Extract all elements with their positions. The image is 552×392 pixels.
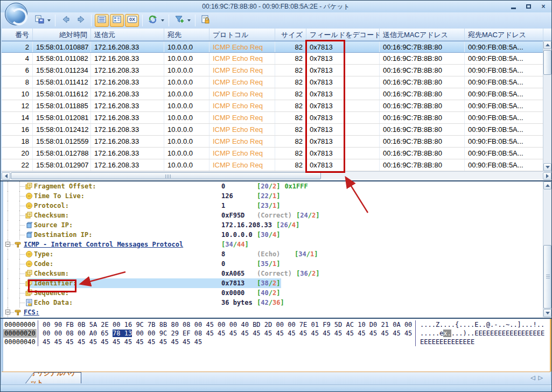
column-header[interactable]: 送信元 bbox=[91, 29, 164, 40]
packet-row-4[interactable]: 415:58:01.011082172.16.208.3310.0.0.0ICM… bbox=[2, 53, 551, 65]
tree-expand-box[interactable] bbox=[5, 310, 10, 314]
packet-cell: 15:58:01.011234 bbox=[33, 65, 91, 76]
tree-value-area: 1[23/1] bbox=[221, 202, 541, 209]
tree-row-echo-data[interactable]: Echo Data:36 bytes[42/36] bbox=[3, 298, 551, 307]
packet-list-horizontal-scrollbar[interactable] bbox=[2, 171, 551, 180]
decode-view-toggle[interactable] bbox=[110, 14, 124, 27]
tree-row-destination-ip[interactable]: Destination IP:10.0.0.0[30/4] bbox=[3, 230, 551, 240]
next-packet-button[interactable] bbox=[74, 14, 88, 27]
hex-bytes[interactable]: 00 90 FB 0B 5A 2E 00 16 9C 7B 8B 80 08 0… bbox=[38, 320, 415, 329]
packet-cell: 172.16.208.33 bbox=[91, 88, 164, 100]
tree-row-identifier[interactable]: Identifier:0x7813[38/2] bbox=[3, 278, 551, 288]
scroll-down-button[interactable] bbox=[543, 309, 551, 317]
minimize-button[interactable] bbox=[508, 2, 518, 10]
packet-row-8[interactable]: 815:58:01.011412172.16.208.3310.0.0.0ICM… bbox=[2, 76, 551, 88]
hex-view-toggle[interactable]: 0X bbox=[125, 14, 139, 27]
tree-row-source-ip[interactable]: Source IP:172.16.208.33[26/4] bbox=[3, 220, 551, 230]
prev-packet-button[interactable] bbox=[59, 14, 73, 27]
tree-value: 0x7813 bbox=[221, 279, 253, 287]
scroll-up-button[interactable] bbox=[543, 181, 551, 190]
column-header[interactable]: フィールドをデコード bbox=[306, 29, 380, 40]
vertical-scroll-thumb[interactable] bbox=[543, 50, 551, 75]
packet-list-vertical-scrollbar[interactable] bbox=[543, 41, 551, 171]
hex-ascii[interactable]: .....ex....)..EEEEEEEEEEEEEEEEEE bbox=[415, 329, 544, 338]
packet-row-22[interactable]: 2215:58:01.012907172.16.208.3310.0.0.0IC… bbox=[2, 159, 551, 171]
tree-row-checksum[interactable]: Checksum:0xA065(Correct)[36/2] bbox=[3, 269, 551, 278]
field-icon bbox=[25, 270, 33, 279]
column-header[interactable]: サイズ bbox=[275, 29, 306, 40]
hex-bytes[interactable]: 00 00 08 00 A0 65 78 13 00 00 9C 29 EF 0… bbox=[38, 329, 415, 338]
packet-cell: 10.0.0.0 bbox=[164, 65, 209, 76]
column-header[interactable]: 絶対時間 bbox=[33, 29, 91, 40]
packet-options-button[interactable] bbox=[199, 14, 213, 27]
packet-row-16[interactable]: 1615:58:01.012412172.16.208.3310.0.0.0IC… bbox=[2, 124, 551, 136]
scroll-grip bbox=[546, 275, 550, 279]
scroll-right-button[interactable] bbox=[543, 172, 551, 180]
tab-scroll-left-icon[interactable]: ◁ bbox=[530, 374, 538, 381]
filter-button[interactable] bbox=[172, 14, 186, 27]
packet-row-2[interactable]: 215:58:01.010887172.16.208.3310.0.0.0ICM… bbox=[2, 41, 551, 53]
tree-vertical-scrollbar[interactable] bbox=[543, 181, 551, 317]
save-packet-button[interactable] bbox=[32, 14, 46, 27]
tree-row-time-to-live[interactable]: Time To Live:126[22/1] bbox=[3, 191, 551, 201]
column-header[interactable]: 送信元MACアドレス bbox=[380, 29, 465, 40]
refresh-button[interactable] bbox=[146, 14, 160, 27]
tab-original-packet-label[interactable]: オリジナルパケット bbox=[26, 373, 81, 383]
hex-row-00000020[interactable]: 0000002000 00 08 00 A0 65 78 13 00 00 9C… bbox=[3, 329, 550, 338]
tree-expand-box[interactable] bbox=[5, 242, 10, 247]
lock-page-icon bbox=[201, 15, 211, 26]
tab-scroll-right-icon[interactable]: ▷ bbox=[539, 374, 546, 381]
tree-scroll-thumb[interactable] bbox=[543, 245, 551, 309]
tree-row-checksum[interactable]: Checksum:0xF95D(Correct)[24/2] bbox=[3, 211, 551, 220]
tab-scroll-arrows[interactable]: ◁▷ bbox=[530, 374, 546, 381]
tree-row-protocol[interactable]: Protocol:1[23/1] bbox=[3, 201, 551, 211]
hex-ascii[interactable]: EEEEEEEEEEEEEE bbox=[415, 338, 474, 346]
column-header[interactable]: 番号 bbox=[2, 29, 33, 40]
packet-row-14[interactable]: 1415:58:01.012081172.16.208.3310.0.0.0IC… bbox=[2, 112, 551, 124]
tree-stub bbox=[19, 303, 25, 303]
refresh-button-dropdown-caret[interactable] bbox=[161, 19, 164, 22]
packet-cell: 82 bbox=[275, 112, 306, 123]
hex-ascii[interactable]: ....Z....{....E..@.-..~..]...!.. bbox=[415, 320, 544, 329]
arrow-up-icon bbox=[546, 44, 550, 46]
save-packet-button-dropdown-caret[interactable] bbox=[47, 19, 51, 22]
packet-cell: ICMP Echo Req bbox=[209, 88, 275, 100]
horizontal-scroll-thumb[interactable] bbox=[11, 172, 321, 179]
column-header[interactable]: プロトコル bbox=[209, 29, 275, 40]
summary-view-toggle[interactable] bbox=[95, 14, 109, 27]
detail-view-icon bbox=[113, 15, 122, 26]
packet-row-12[interactable]: 1215:58:01.011885172.16.208.3310.0.0.0IC… bbox=[2, 100, 551, 112]
column-header[interactable]: 宛先MACアドレス bbox=[465, 29, 543, 40]
packet-row-10[interactable]: 1015:58:01.011612172.16.208.3310.0.0.0IC… bbox=[2, 88, 551, 100]
column-header[interactable]: 宛先 bbox=[164, 29, 209, 40]
packet-row-18[interactable]: 1815:58:01.012559172.16.208.3310.0.0.0IC… bbox=[2, 136, 551, 148]
toolbar-separator bbox=[91, 15, 92, 26]
tree-rail bbox=[8, 191, 8, 201]
tree-row-sequence[interactable]: Sequence:0x0000[40/2] bbox=[3, 288, 551, 298]
packet-row-20[interactable]: 2015:58:01.012788172.16.208.3310.0.0.0IC… bbox=[2, 148, 551, 159]
tree-offset-length: [42/36] bbox=[257, 299, 284, 306]
filter-button-dropdown-caret[interactable] bbox=[187, 19, 191, 22]
tree-row-code[interactable]: Code:0[35/1] bbox=[3, 259, 551, 269]
packet-cell: 172.16.208.33 bbox=[91, 136, 164, 147]
hex-row-00000040[interactable]: 0000004045 45 45 45 45 45 45 45 45 45 45… bbox=[3, 338, 550, 346]
maximize-button[interactable] bbox=[523, 2, 533, 10]
tree-row-icmp-internet-control-messages-protocol[interactable]: ICMP - Internet Control Messages Protoco… bbox=[3, 240, 551, 249]
tree-row-type[interactable]: Type:8(Echo)[34/1] bbox=[3, 249, 551, 259]
packet-cell: 82 bbox=[275, 148, 306, 159]
packet-cell: 00:16:9C:7B:8B:80 bbox=[380, 112, 465, 123]
app-logo[interactable] bbox=[5, 3, 27, 25]
scroll-down-button[interactable] bbox=[543, 163, 551, 171]
packet-cell: ICMP Echo Req bbox=[209, 112, 275, 123]
packet-row-6[interactable]: 615:58:01.011234172.16.208.3310.0.0.0ICM… bbox=[2, 65, 551, 76]
hex-row-00000000[interactable]: 0000000000 90 FB 0B 5A 2E 00 16 9C 7B 8B… bbox=[3, 320, 550, 329]
close-button[interactable]: × bbox=[539, 2, 548, 10]
data-icon bbox=[25, 299, 33, 308]
tree-row-fragment-offset[interactable]: Fragment Offset:0[20/2]0x1FFF bbox=[3, 181, 551, 191]
tree-row-fcs[interactable]: FCS: bbox=[3, 307, 551, 317]
packet-cell: 22 bbox=[2, 159, 33, 171]
tree-rail bbox=[8, 288, 8, 298]
scroll-left-button[interactable] bbox=[2, 172, 10, 180]
scroll-up-button[interactable] bbox=[543, 41, 551, 49]
hex-bytes[interactable]: 45 45 45 45 45 45 45 45 45 45 45 45 45 4… bbox=[38, 338, 415, 346]
